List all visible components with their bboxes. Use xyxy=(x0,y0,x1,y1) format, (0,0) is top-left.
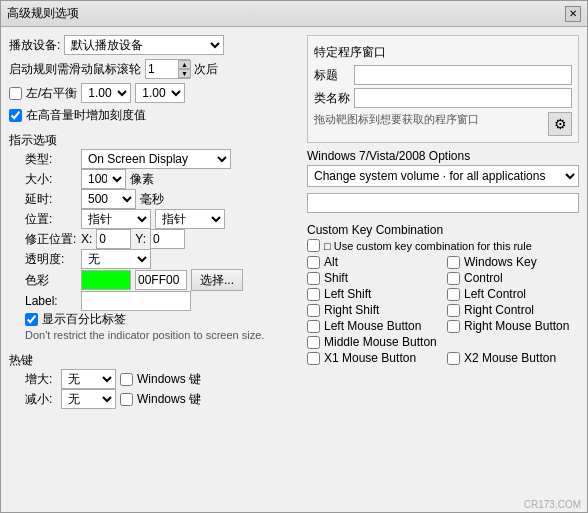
class-input[interactable] xyxy=(354,88,572,108)
spin-down[interactable]: ▼ xyxy=(178,69,191,78)
lr-balance-row: 左/右平衡 1.00 1.00 xyxy=(9,83,299,103)
use-custom-checkbox[interactable] xyxy=(307,239,320,252)
playback-label: 播放设备: xyxy=(9,37,60,54)
startup-label: 启动规则需滑动鼠标滚轮 xyxy=(9,61,141,78)
increase-row: 增大: 无 Windows 键 xyxy=(9,369,299,389)
right-control-label: Right Control xyxy=(464,303,534,317)
playback-device-select[interactable]: 默认播放设备 xyxy=(64,35,224,55)
decrease-val-select[interactable]: 无 xyxy=(61,389,116,409)
left-control-label: Left Control xyxy=(464,287,526,301)
show-pct-checkbox[interactable] xyxy=(25,313,38,326)
use-custom-label: □ Use custom key combination for this ru… xyxy=(324,240,532,252)
pos-row: 位置: 指针 指针 xyxy=(9,209,299,229)
note-row: Don't restrict the indicator position to… xyxy=(9,328,299,342)
spin-up[interactable]: ▲ xyxy=(178,60,191,69)
decrease-label: 减小: xyxy=(25,391,57,408)
correct-y-input[interactable] xyxy=(150,229,185,249)
title-row: 标题 xyxy=(314,65,572,85)
spinbox-arrows: ▲ ▼ xyxy=(178,60,191,78)
class-label: 类名称 xyxy=(314,90,350,107)
gear-icon[interactable]: ⚙ xyxy=(548,112,572,136)
specific-window-title: 特定程序窗口 xyxy=(314,44,572,61)
right-shift-checkbox[interactable] xyxy=(307,304,320,317)
left-shift-checkbox[interactable] xyxy=(307,288,320,301)
startup-spinbox[interactable]: ▲ ▼ xyxy=(145,59,190,79)
increase-label: 增大: xyxy=(25,371,57,388)
x2-mouse-checkbox[interactable] xyxy=(447,352,460,365)
show-pct-label: 显示百分比标签 xyxy=(42,311,126,328)
increase-val-select[interactable]: 无 xyxy=(61,369,116,389)
correct-x-input[interactable] xyxy=(96,229,131,249)
right-mouse-checkbox[interactable] xyxy=(447,320,460,333)
type-select[interactable]: On Screen Display xyxy=(81,149,231,169)
extra-input[interactable] xyxy=(307,193,579,213)
right-mouse-label: Right Mouse Button xyxy=(464,319,569,333)
custom-key-title: Custom Key Combination xyxy=(307,223,579,237)
right-control-checkbox[interactable] xyxy=(447,304,460,317)
shift-row: Shift xyxy=(307,271,439,285)
close-button[interactable]: ✕ xyxy=(565,6,581,22)
custom-key-section: Custom Key Combination □ Use custom key … xyxy=(307,223,579,365)
middle-mouse-checkbox[interactable] xyxy=(307,336,320,349)
trans-row: 透明度: 无 xyxy=(9,249,299,269)
win-key-checkbox[interactable] xyxy=(447,256,460,269)
x2-mouse-row: X2 Mouse Button xyxy=(447,351,579,365)
x1-mouse-checkbox[interactable] xyxy=(307,352,320,365)
right-mouse-row: Right Mouse Button xyxy=(447,319,579,333)
color-box xyxy=(81,270,131,290)
decrease-win-label: Windows 键 xyxy=(137,391,201,408)
title-input[interactable] xyxy=(354,65,572,85)
increase-win-checkbox[interactable] xyxy=(120,373,133,386)
delay-row: 延时: 500 毫秒 xyxy=(9,189,299,209)
x1-mouse-label: X1 Mouse Button xyxy=(324,351,416,365)
right-panel: 特定程序窗口 标题 类名称 拖动靶图标到想要获取的程序窗口 ⚙ Windows … xyxy=(307,35,579,504)
startup-num-input[interactable] xyxy=(146,60,178,78)
alt-row: Alt xyxy=(307,255,439,269)
control-checkbox[interactable] xyxy=(447,272,460,285)
label-input[interactable] xyxy=(81,291,191,311)
show-pct-row: 显示百分比标签 xyxy=(9,311,299,328)
high-vol-checkbox[interactable] xyxy=(9,109,22,122)
color-hex-input[interactable] xyxy=(135,270,187,290)
extra-input-area xyxy=(307,193,579,213)
high-vol-row: 在高音量时增加刻度值 xyxy=(9,107,299,124)
left-mouse-checkbox[interactable] xyxy=(307,320,320,333)
alt-checkbox[interactable] xyxy=(307,256,320,269)
left-mouse-row: Left Mouse Button xyxy=(307,319,439,333)
indicator-title: 指示选项 xyxy=(9,132,299,149)
drag-row: 拖动靶图标到想要获取的程序窗口 ⚙ xyxy=(314,112,572,136)
lr-balance-checkbox[interactable] xyxy=(9,87,22,100)
trans-label: 透明度: xyxy=(25,251,77,268)
type-row: 类型: On Screen Display xyxy=(9,149,299,169)
key-checkboxes-grid: Alt Windows Key Shift Cont xyxy=(307,255,579,333)
size-unit: 像素 xyxy=(130,171,154,188)
x2-mouse-label: X2 Mouse Button xyxy=(464,351,556,365)
lr-val2-select[interactable]: 1.00 xyxy=(135,83,185,103)
size-select[interactable]: 100 xyxy=(81,169,126,189)
left-control-checkbox[interactable] xyxy=(447,288,460,301)
delay-label: 延时: xyxy=(25,191,77,208)
lr-balance-label: 左/右平衡 xyxy=(26,85,77,102)
title-bar-buttons: ✕ xyxy=(565,6,581,22)
main-content: 播放设备: 默认播放设备 启动规则需滑动鼠标滚轮 ▲ ▼ 次后 xyxy=(1,27,587,512)
delay-select[interactable]: 500 xyxy=(81,189,136,209)
trans-select[interactable]: 无 xyxy=(81,249,151,269)
increase-win-label: Windows 键 xyxy=(137,371,201,388)
label-label: Label: xyxy=(25,294,77,308)
pos-select2[interactable]: 指针 xyxy=(155,209,225,229)
lr-val1-select[interactable]: 1.00 xyxy=(81,83,131,103)
window-title: 高级规则选项 xyxy=(7,5,79,22)
type-label: 类型: xyxy=(25,151,77,168)
left-panel: 播放设备: 默认播放设备 启动规则需滑动鼠标滚轮 ▲ ▼ 次后 xyxy=(9,35,299,504)
decrease-win-checkbox[interactable] xyxy=(120,393,133,406)
windows-options-dropdown[interactable]: Change system volume · for all applicati… xyxy=(307,165,579,187)
color-choose-btn[interactable]: 选择... xyxy=(191,269,243,291)
size-row: 大小: 100 像素 xyxy=(9,169,299,189)
hotkey-section: 热键 增大: 无 Windows 键 减小: 无 xyxy=(9,350,299,409)
shift-checkbox[interactable] xyxy=(307,272,320,285)
pos-select1[interactable]: 指针 xyxy=(81,209,151,229)
startup-row: 启动规则需滑动鼠标滚轮 ▲ ▼ 次后 xyxy=(9,59,299,79)
main-window: 高级规则选项 ✕ 播放设备: 默认播放设备 启动规则需滑动鼠标滚轮 ▲ xyxy=(0,0,588,513)
correct-y-label: Y: xyxy=(135,232,146,246)
left-shift-row: Left Shift xyxy=(307,287,439,301)
